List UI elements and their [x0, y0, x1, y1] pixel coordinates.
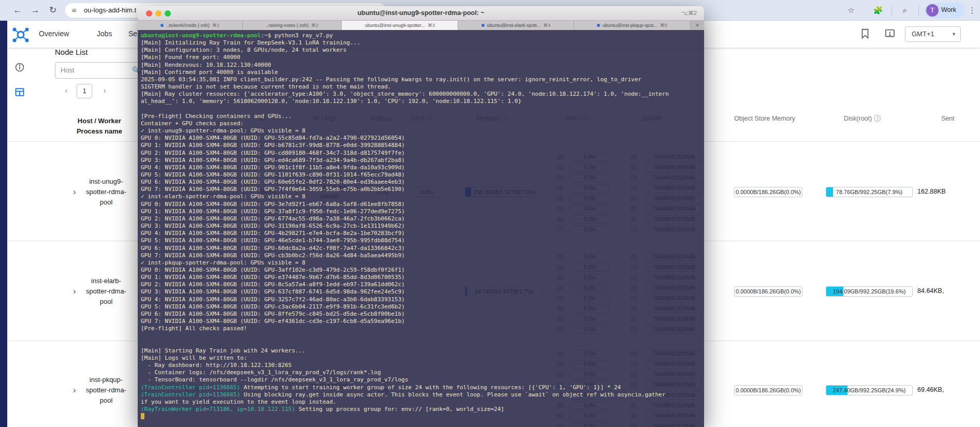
ray-logo-icon: [11, 25, 30, 44]
disk-usage-value: 78.76GB/992.25GB(7.9%): [826, 187, 912, 197]
terminal-line: GPU 3: NVIDIA A100-SXM4-80GB (UUID: GPU-…: [141, 288, 669, 296]
profile-button[interactable]: T Work: [925, 3, 965, 18]
terminal-tabbar: ..ts/work/creds (-zsh)⌘1..raining-notes …: [138, 21, 704, 30]
menu-dots-icon[interactable]: ⋮: [966, 4, 978, 17]
terminal-window: ubuntu@inst-unug9-spotter-rdma-pool: ~ ⌥…: [138, 6, 704, 427]
host-column-header: Process name: [77, 127, 122, 135]
pagination-prev[interactable]: ‹: [61, 86, 71, 95]
sidebar-table-icon[interactable]: [14, 87, 25, 97]
toolbar-divider: [918, 5, 919, 16]
terminal-line: GPU 4: NVIDIA A100-SXM4-80GB (UUID: GPU-…: [141, 296, 669, 303]
terminal-line: [Pre-flight] Checking containers and GPU…: [141, 113, 669, 120]
terminal-line: [Main] Found free port: 40000: [141, 54, 669, 61]
timezone-select[interactable]: GMT+1 ▼: [905, 26, 961, 42]
terminal-line: [Main] Logs will be written to:: [141, 355, 669, 362]
tab-label: ubuntu@inst-elarb-spott...: [487, 23, 541, 28]
terminal-line: GPU 1: NVIDIA A100-SXM4-80GB (UUID: GPU-…: [141, 142, 669, 149]
host-name-line: pool: [100, 396, 113, 404]
expand-chevron[interactable]: ›: [73, 187, 76, 197]
terminal-tab-3[interactable]: ubuntu@inst-unug9-spotter...⌘3: [342, 21, 458, 30]
disk-usage-value: 194.09GB/992.25GB(19.6%): [826, 287, 912, 296]
tab-shortcut: ⌘5: [660, 23, 667, 28]
disk-usage-box: 247.40GB/992.25GB(24.9%): [826, 385, 913, 395]
terminal-tab-1[interactable]: ..ts/work/creds (-zsh)⌘1: [138, 21, 243, 30]
terminal-tab-2[interactable]: ..raining-notes (-zsh)⌘2: [243, 21, 342, 30]
nav-item-overview[interactable]: Overview: [39, 30, 69, 38]
tab-shortcut: ⌘4: [543, 23, 550, 28]
terminal-tab-4[interactable]: ubuntu@inst-elarb-spott...⌘4: [458, 21, 574, 30]
host-name-line: inst-elarb-: [91, 277, 121, 285]
pagination-page-1[interactable]: 1: [77, 84, 92, 98]
chevron-down-icon: ▼: [952, 27, 956, 41]
terminal-line: GPU 2: NVIDIA A100-SXM4-80GB (UUID: GPU-…: [141, 150, 669, 157]
sent-value: 162.88KB: [917, 188, 946, 195]
object-store-box: 0.0000B/186.26GB(0.0%): [734, 187, 802, 197]
tab-label: ..ts/work/creds (-zsh): [166, 23, 210, 28]
sidebar-info-icon[interactable]: [14, 62, 25, 72]
sent-value: 69.46KB,: [917, 386, 944, 393]
host-column-header: Host / Worker: [78, 117, 121, 125]
tab-activity-dot: [597, 24, 600, 27]
terminal-line: - Container logs: /nfs/deepseek_v3_1_lor…: [141, 369, 669, 376]
terminal-line: GPU 3: NVIDIA A100-SXM4-80GB (UUID: GPU-…: [141, 157, 669, 164]
terminal-line: ✓ inst-unug9-spotter-rdma-pool: GPUs vis…: [141, 127, 669, 135]
terminal-line: - Ray dashboard: http://10.18.122.130:82…: [141, 362, 669, 369]
terminal-line: GPU 5: NVIDIA A100-SXM4-80GB (UUID: GPU-…: [141, 171, 669, 179]
terminal-line: Container + GPU checks passed:: [141, 120, 669, 127]
search-screen-icon[interactable]: ⌕: [899, 4, 911, 17]
terminal-tab-5[interactable]: ubuntu@inst-pkqup-spot...⌘5: [574, 21, 691, 30]
forward-icon[interactable]: →: [29, 4, 41, 17]
terminal-line: ✓ inst-elarb-spotter-rdma-pool: GPUs vis…: [141, 193, 669, 200]
host-name-line: inst-unug9-: [89, 178, 123, 185]
terminal-line: (TrainController pid=1136665) Using bloc…: [141, 391, 669, 399]
host-name-line: inst-pkqup-: [90, 376, 123, 384]
object-store-box: 0.0000B/186.26GB(0.0%): [734, 286, 802, 297]
nav-item-se[interactable]: Se: [128, 30, 137, 38]
tab-label: ubuntu@inst-unug9-spotter...: [365, 23, 425, 28]
terminal-title: ubuntu@inst-unug9-spotter-rdma-pool: ~: [138, 9, 704, 17]
tab-label: ..raining-notes (-zsh): [266, 23, 309, 28]
help-icon[interactable]: ?: [874, 115, 881, 122]
expand-chevron[interactable]: ›: [73, 286, 76, 297]
terminal-line: GPU 1: NVIDIA A100-SXM4-80GB (UUID: GPU-…: [141, 208, 669, 215]
sent-value: 84.64KB,: [917, 287, 944, 295]
new-tab-button[interactable]: +: [691, 21, 704, 30]
terminal-line: GPU 7: NVIDIA A100-SXM4-80GB (UUID: GPU-…: [141, 186, 669, 193]
tab-activity-dot: [160, 24, 164, 27]
terminal-line: GPU 5: NVIDIA A100-SXM4-80GB (UUID: GPU-…: [141, 303, 669, 311]
disk-usage-box: 78.76GB/992.25GB(7.9%): [826, 187, 913, 197]
terminal-line: GPU 2: NVIDIA A100-SXM4-80GB (UUID: GPU-…: [141, 215, 669, 223]
column-header-object-store-memory: Object Store Memory: [734, 115, 795, 122]
tab-shortcut: ⌘1: [212, 23, 220, 28]
extensions-icon[interactable]: 🧩: [872, 4, 884, 17]
terminal-line: GPU 2: NVIDIA A100-SXM4-80GB (UUID: GPU-…: [141, 281, 669, 288]
object-store-value: 0.0000B/186.26GB(0.0%): [735, 187, 802, 197]
expand-chevron[interactable]: ›: [73, 385, 76, 395]
host-name-line: spotter-rdma-: [86, 386, 126, 394]
terminal-line: [Main] Confirmed port 40000 is available: [141, 69, 669, 76]
terminal-line: 2025-09-05 03:54:35,081 INFO client_buil…: [141, 76, 669, 83]
terminal-line: [Main] Ray cluster resources: {'accelera…: [141, 91, 669, 98]
bookmark-star-icon[interactable]: ☆: [845, 4, 857, 17]
terminal-line: (RayTrainWorker pid=713186, ip=10.18.122…: [141, 406, 669, 413]
avatar: T: [926, 4, 939, 17]
nav-item-jobs[interactable]: Jobs: [97, 30, 112, 38]
terminal-body[interactable]: ubuntu@inst-unug9-spotter-rdma-pool:~$ p…: [138, 30, 704, 427]
object-store-value: 0.0000B/186.26GB(0.0%): [735, 386, 802, 395]
back-icon[interactable]: ←: [11, 4, 24, 17]
terminal-line: [Pre-flight] All checks passed!: [141, 325, 669, 332]
bookmark-icon[interactable]: [859, 28, 871, 39]
feedback-icon[interactable]: [884, 28, 896, 39]
disk-usage-value: 247.40GB/992.25GB(24.9%): [826, 386, 912, 395]
site-settings-icon[interactable]: ≌: [71, 6, 80, 14]
terminal-line: SIGTERM handler is not set because curre…: [141, 83, 669, 91]
host-search-input[interactable]: Host 🔍: [55, 62, 145, 79]
reload-icon[interactable]: ↻: [47, 4, 59, 17]
pagination-next[interactable]: ›: [99, 86, 110, 95]
tab-label: ubuntu@inst-pkqup-spot...: [603, 23, 657, 28]
terminal-line: GPU 1: NVIDIA A100-SXM4-80GB (UUID: GPU-…: [141, 274, 669, 281]
disk-usage-box: 194.09GB/992.25GB(19.6%): [826, 286, 913, 297]
terminal-line: (TrainController pid=1136665) Attempting…: [141, 384, 669, 391]
column-header-disk-root-: Disk(root)?: [844, 115, 881, 122]
terminal-titlebar[interactable]: ubuntu@inst-unug9-spotter-rdma-pool: ~ ⌥…: [138, 6, 704, 21]
